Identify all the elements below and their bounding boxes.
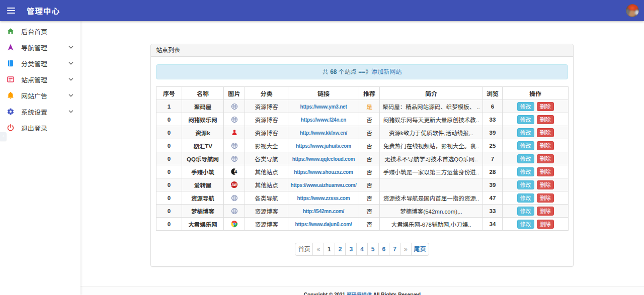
page-first-button[interactable]: 首页 xyxy=(295,243,312,255)
svg-text:4: 4 xyxy=(234,169,237,174)
edit-button[interactable]: 修改 xyxy=(517,180,534,189)
delete-button[interactable]: 删除 xyxy=(537,141,554,150)
delete-button[interactable]: 删除 xyxy=(537,128,554,137)
cell-actions: 修改删除 xyxy=(503,205,569,218)
edit-button[interactable]: 修改 xyxy=(517,207,534,216)
sidebar-item-导航管理[interactable]: 导航管理 xyxy=(0,39,80,55)
bell-icon xyxy=(7,91,15,100)
column-header: 推荐 xyxy=(359,87,380,100)
sidebar-collapse-tab[interactable]: ‹ xyxy=(0,132,7,141)
cell-favicon xyxy=(224,113,245,126)
cell-recommended: 否 xyxy=(359,205,380,218)
site-url-link[interactable]: https://www.qqlecloud.com xyxy=(292,156,355,162)
site-url-link[interactable]: http://542mn.com/ xyxy=(303,209,344,214)
recommended-flag[interactable]: 否 xyxy=(366,156,372,162)
cell-description: 资源技术导航是国内首屈一指的资源.. xyxy=(380,191,483,205)
site-url-link[interactable]: https://www.shouzxz.com xyxy=(294,169,353,175)
site-row: 0大君娱乐网资源博客https://www.dajun0.com/否大君娱乐网-… xyxy=(156,218,569,231)
delete-button[interactable]: 删除 xyxy=(537,102,554,111)
column-header: 简介 xyxy=(380,87,483,100)
edit-button[interactable]: 修改 xyxy=(517,141,534,150)
book-icon xyxy=(7,59,15,67)
page-next-button[interactable]: » xyxy=(400,243,411,255)
site-url-link[interactable]: https://www.zzsss.com xyxy=(297,195,350,201)
cell-order: 0 xyxy=(156,139,182,152)
cell-order: 0 xyxy=(156,152,182,165)
edit-button[interactable]: 修改 xyxy=(517,193,534,203)
recommended-flag[interactable]: 否 xyxy=(366,182,372,188)
user-avatar[interactable] xyxy=(626,4,639,17)
cell-views: 25 xyxy=(483,139,503,152)
add-site-link[interactable]: 添加新网站 xyxy=(371,68,401,75)
page-2-button[interactable]: 2 xyxy=(335,243,346,255)
delete-button[interactable]: 删除 xyxy=(537,193,554,203)
delete-button[interactable]: 删除 xyxy=(537,115,554,124)
recommended-flag[interactable]: 否 xyxy=(366,209,372,215)
sidebar-item-系统设置[interactable]: 系统设置 xyxy=(0,104,80,120)
sidebar-item-网站广告[interactable]: 网站广告 xyxy=(0,87,80,104)
cell-description: 闷猪娱乐网每天更新大量原创技术教.. xyxy=(380,113,483,126)
edit-button[interactable]: 修改 xyxy=(517,102,534,111)
edit-button[interactable]: 修改 xyxy=(517,115,534,124)
aw-favicon-icon: AW xyxy=(230,181,238,188)
cell-recommended: 否 xyxy=(359,165,380,178)
site-row: 0梦楠博客资源博客http://542mn.com/否梦楠博客(542mn.co… xyxy=(156,205,569,218)
sidebar: 后台首页导航管理分类管理站点管理网站广告系统设置退出登录 xyxy=(0,21,80,295)
page-1-button[interactable]: 1 xyxy=(324,243,335,255)
cell-views: 33 xyxy=(483,205,503,218)
recommended-flag[interactable]: 否 xyxy=(366,169,372,175)
footer-credit-link[interactable]: 聚码屋提供 xyxy=(347,292,372,295)
site-url-link[interactable]: https://www.juhuitv.com xyxy=(296,143,351,149)
delete-button[interactable]: 删除 xyxy=(537,220,554,229)
sidebar-item-后台首页[interactable]: 后台首页 xyxy=(0,23,80,39)
sidebar-item-label: 导航管理 xyxy=(21,43,68,52)
globe-favicon-icon xyxy=(231,155,238,162)
recommended-flag[interactable]: 否 xyxy=(366,143,372,149)
cell-category: 资源博客 xyxy=(245,100,288,113)
page-6-button[interactable]: 6 xyxy=(378,243,389,255)
delete-button[interactable]: 删除 xyxy=(537,207,554,216)
column-header: 序号 xyxy=(156,87,182,100)
sidebar-item-分类管理[interactable]: 分类管理 xyxy=(0,55,80,71)
page-3-button[interactable]: 3 xyxy=(345,243,356,255)
cell-views: 7 xyxy=(483,152,503,165)
delete-button[interactable]: 删除 xyxy=(537,167,554,176)
delete-button[interactable]: 删除 xyxy=(537,154,554,163)
recommended-flag[interactable]: 否 xyxy=(366,195,372,202)
edit-button[interactable]: 修改 xyxy=(517,154,534,163)
page-7-button[interactable]: 7 xyxy=(389,243,400,255)
site-url-link[interactable]: https://www.f24n.cn xyxy=(301,117,346,123)
edit-button[interactable]: 修改 xyxy=(517,167,534,176)
delete-button[interactable]: 删除 xyxy=(537,180,554,189)
sidebar-item-站点管理[interactable]: 站点管理 xyxy=(0,71,80,87)
hamburger-icon xyxy=(7,8,15,9)
page-prev-button[interactable]: « xyxy=(312,243,324,255)
table-header-row: 序号名称图片分类链接推荐简介浏览操作 xyxy=(156,87,569,100)
alert-suffix: 个站点 ==》 xyxy=(337,68,372,75)
page-4-button[interactable]: 4 xyxy=(356,243,367,255)
site-url-link[interactable]: http://www.kkfxw.cn/ xyxy=(300,130,347,136)
cell-category: 其他站点 xyxy=(245,165,288,178)
recommended-flag[interactable]: 否 xyxy=(366,117,372,123)
page-5-button[interactable]: 5 xyxy=(367,243,378,255)
cell-category: 资源博客 xyxy=(245,126,288,139)
copyright-suffix: All Rights Reserved xyxy=(372,292,421,295)
site-row: 1聚码屋资源博客https://www.ym3.net是聚码屋：精品网站源码、织… xyxy=(156,100,569,113)
sidebar-item-label: 退出登录 xyxy=(21,123,74,133)
edit-button[interactable]: 修改 xyxy=(517,220,534,229)
recommended-flag[interactable]: 是 xyxy=(366,104,372,110)
cell-favicon xyxy=(224,205,245,218)
sidebar-item-退出登录[interactable]: 退出登录 xyxy=(0,120,80,136)
recommended-flag[interactable]: 否 xyxy=(366,222,372,228)
site-url-link[interactable]: https://www.aizhuanwu.com/ xyxy=(290,182,356,188)
site-url-link[interactable]: https://www.dajun0.com/ xyxy=(295,222,352,227)
recommended-flag[interactable]: 否 xyxy=(366,130,372,136)
chevron-down-icon xyxy=(68,110,73,113)
edit-button[interactable]: 修改 xyxy=(517,128,534,137)
cell-views: 28 xyxy=(483,165,503,178)
page-last-button[interactable]: 尾页 xyxy=(411,243,429,255)
cell-order: 0 xyxy=(156,113,182,126)
menu-toggle-button[interactable] xyxy=(7,8,15,14)
site-url-link[interactable]: https://www.ym3.net xyxy=(300,104,347,110)
column-header: 图片 xyxy=(224,87,245,100)
